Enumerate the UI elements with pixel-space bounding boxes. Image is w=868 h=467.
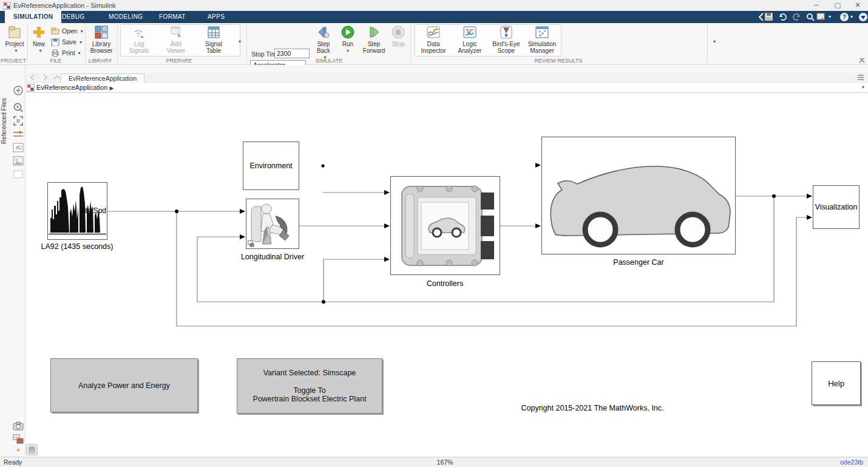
- close-icon[interactable]: ✕: [849, 0, 867, 11]
- variant-toggle-button[interactable]: Variant Selected: Simscape Toggle To Pow…: [237, 358, 382, 414]
- prepare-more-icon[interactable]: ▾: [239, 39, 241, 44]
- help-button[interactable]: Help: [812, 361, 861, 405]
- breadcrumb-caret-icon[interactable]: ▾: [862, 84, 864, 90]
- window-title: EvReferenceApplication - Simulink: [13, 2, 116, 9]
- help-icon[interactable]: ?: [839, 12, 850, 22]
- search-icon[interactable]: [805, 12, 816, 22]
- referenced-files-tab[interactable]: Referenced Files: [1, 77, 7, 144]
- log-signals-button[interactable]: Log Signals: [124, 25, 154, 54]
- library-browser-button[interactable]: Library Browser: [88, 25, 115, 54]
- open-button[interactable]: Open▾: [51, 26, 83, 36]
- breadcrumb-bar: EvReferenceApplication ▶ ▾: [0, 83, 868, 93]
- fit-to-view-icon[interactable]: [12, 115, 24, 127]
- simulation-manager-icon: [535, 25, 549, 39]
- tab-apps[interactable]: APPS: [199, 11, 233, 23]
- more-tools-icon[interactable]: »: [12, 446, 24, 458]
- screenshot-camera-icon[interactable]: [12, 420, 24, 432]
- print-button[interactable]: Print▾: [51, 48, 81, 58]
- minimize-icon[interactable]: ─: [807, 0, 826, 11]
- up-icon[interactable]: [53, 74, 61, 81]
- save-icon[interactable]: [764, 12, 775, 22]
- save-file-button[interactable]: Save▾: [51, 37, 82, 47]
- ecu-figure: [391, 177, 500, 274]
- controllers-caption: Controllers: [396, 279, 493, 288]
- image-icon[interactable]: [12, 155, 24, 167]
- screenshot-icon[interactable]: [816, 12, 827, 22]
- longitudinal-driver-block[interactable]: [246, 199, 299, 249]
- section-label-library: LIBRARY: [70, 58, 131, 64]
- data-inspector-button[interactable]: Data Inspector: [418, 25, 449, 54]
- document-tab-bar: EvReferenceApplication: [0, 73, 868, 83]
- step-forward-button[interactable]: Step Forward: [362, 25, 386, 54]
- step-forward-icon: [367, 25, 381, 39]
- visualization-block[interactable]: Visualization: [813, 185, 860, 229]
- undo-icon[interactable]: [778, 12, 788, 22]
- annotation-icon[interactable]: A: [12, 141, 24, 154]
- breadcrumb[interactable]: EvReferenceApplication ▶: [36, 84, 114, 91]
- minimize-ribbon-icon[interactable]: [858, 58, 866, 64]
- dropdown-caret-icon: ▾: [81, 29, 83, 34]
- maximize-icon[interactable]: ▢: [829, 0, 847, 11]
- screenshot-caret-icon[interactable]: ▾: [829, 14, 831, 19]
- signal-table-button[interactable]: Signal Table: [199, 25, 228, 54]
- run-button[interactable]: Run▾: [339, 25, 357, 54]
- add-viewer-icon: [169, 25, 183, 39]
- dropdown-caret-icon: ▾: [39, 47, 41, 54]
- log-signals-icon: [132, 25, 146, 39]
- ribbon-gallery-caret-icon[interactable]: ▾: [713, 39, 716, 44]
- print-icon: [51, 49, 59, 57]
- output-port-label: RefSpd: [82, 206, 106, 215]
- analyze-power-button[interactable]: Analyze Power and Energy: [50, 358, 198, 412]
- step-back-button[interactable]: Step Back▾: [313, 25, 334, 61]
- birds-eye-scope-button[interactable]: Bird's-Eye Scope: [490, 25, 522, 54]
- project-button[interactable]: Project▾: [4, 25, 25, 54]
- forward-icon[interactable]: [41, 74, 49, 81]
- new-button[interactable]: New▾: [29, 25, 49, 54]
- status-solver-link[interactable]: ode23tb: [840, 458, 863, 466]
- longitudinal-driver-caption: Longitudinal Driver: [224, 253, 321, 261]
- status-zoom-level: 167%: [425, 458, 465, 466]
- stop-time-input[interactable]: [274, 49, 310, 58]
- stop-icon: [391, 25, 405, 39]
- layers-icon: [28, 446, 36, 454]
- copyright-note: Copyright 2015-2021 The MathWorks, Inc.: [501, 404, 683, 412]
- signal-routing-icon[interactable]: [12, 128, 24, 140]
- options-icon[interactable]: [858, 12, 868, 22]
- passenger-car-caption: Passenger Car: [590, 258, 687, 267]
- status-ready: Ready: [4, 458, 22, 466]
- breadcrumb-arrow-icon: ▶: [109, 85, 114, 91]
- drive-cycle-block[interactable]: RefSpd: [47, 182, 107, 240]
- show-explorer-icon[interactable]: [12, 84, 24, 97]
- add-viewer-button[interactable]: Add Viewer: [161, 25, 191, 54]
- simulink-logo-icon: [3, 2, 11, 10]
- tab-modeling[interactable]: MODELING: [100, 11, 152, 23]
- layers-button[interactable]: [26, 444, 38, 455]
- passenger-car-block[interactable]: [541, 137, 736, 254]
- redo-icon[interactable]: [791, 12, 802, 22]
- area-box-icon[interactable]: [12, 168, 24, 180]
- stop-button[interactable]: Stop: [390, 25, 407, 47]
- back-icon[interactable]: [29, 74, 36, 81]
- controllers-block[interactable]: [390, 176, 500, 275]
- tab-format[interactable]: FORMAT: [151, 11, 194, 23]
- subsystem-badge-icon[interactable]: [12, 433, 24, 445]
- simulation-manager-button[interactable]: Simulation Manager: [526, 25, 558, 54]
- logic-analyzer-button[interactable]: Logic Analyzer: [455, 25, 485, 54]
- document-tab[interactable]: EvReferenceApplication: [61, 73, 144, 83]
- simulink-window: EvReferenceApplication - Simulink ─ ▢ ✕ …: [0, 0, 868, 467]
- logic-analyzer-icon: [463, 25, 477, 39]
- zoom-icon[interactable]: [12, 101, 24, 114]
- simulink-logo-icon: [27, 84, 35, 92]
- tab-debug[interactable]: DEBUG: [53, 11, 93, 23]
- run-icon: [341, 25, 355, 39]
- variant-badge-icon: [248, 240, 254, 247]
- environment-block[interactable]: Environment: [243, 141, 299, 190]
- section-label-prepare: PREPARE: [149, 58, 209, 64]
- signal-table-icon: [206, 25, 221, 39]
- hamburger-icon[interactable]: [857, 74, 864, 81]
- section-label-review: REVIEW RESULTS: [528, 58, 589, 64]
- help-caret-icon[interactable]: ▾: [850, 14, 853, 19]
- section-label-simulate: SIMULATE: [299, 58, 359, 64]
- ribbon: Project▾ PROJECT New▾ Open▾ Save▾ Print▾…: [0, 23, 868, 65]
- dropdown-caret-icon: ▾: [347, 47, 349, 54]
